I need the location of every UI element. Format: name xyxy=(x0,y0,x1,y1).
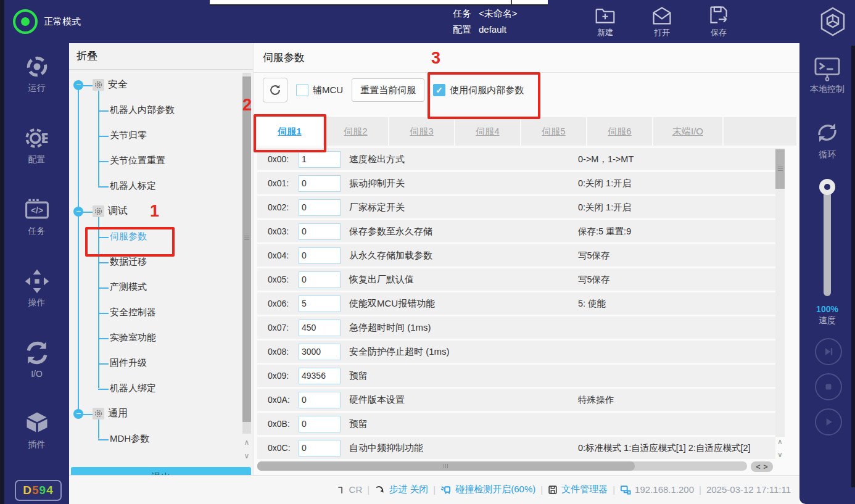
cr-corner-icon xyxy=(336,485,345,495)
scroll-up-icon[interactable]: ∧ xyxy=(775,436,785,448)
scroll-up-icon[interactable]: ∧ xyxy=(242,436,251,449)
param-value-input[interactable] xyxy=(299,271,341,288)
tree-group-safety[interactable]: −安全 xyxy=(69,72,241,97)
collision-detect-toggle[interactable]: 碰撞检测开启(60%) xyxy=(455,484,535,495)
sidebar-item-operate[interactable]: 操作 xyxy=(23,268,51,308)
loop-button[interactable]: 循环 xyxy=(799,118,855,160)
tree-item-robot-calibration[interactable]: 机器人标定 xyxy=(69,173,241,199)
param-value-input[interactable] xyxy=(299,368,341,384)
scroll-down-icon[interactable]: ∨ xyxy=(242,449,251,463)
param-value-input[interactable] xyxy=(299,392,341,408)
scroll-down-icon[interactable]: ∨ xyxy=(775,448,785,461)
param-value-input[interactable] xyxy=(299,344,341,360)
param-value-input[interactable] xyxy=(299,151,341,168)
param-description: 0:关闭 1:开启 xyxy=(578,202,631,213)
collapse-icon[interactable]: − xyxy=(73,409,83,419)
scroll-right-icon[interactable]: > xyxy=(764,463,768,471)
tree-item-lab-features[interactable]: 实验室功能 xyxy=(69,325,241,350)
tree-item-mdh-params[interactable]: MDH参数 xyxy=(69,426,241,452)
sidebar-item-task[interactable]: </>任务 xyxy=(23,196,51,237)
page-title: 伺服参数 xyxy=(254,43,800,73)
step-mode-toggle[interactable]: 步进 关闭 xyxy=(389,484,428,495)
table-vscroll-buttons[interactable]: ∧∨ xyxy=(775,436,785,461)
table-vertical-scrollbar[interactable] xyxy=(775,148,785,437)
tab-servo-3[interactable]: 伺服3 xyxy=(389,117,454,146)
tree-item-joint-zeroing[interactable]: 关节归零 xyxy=(69,123,241,148)
param-value-input[interactable] xyxy=(299,247,341,264)
table-horizontal-scrollbar[interactable] xyxy=(257,461,747,471)
param-value-input[interactable] xyxy=(299,175,341,192)
tree-group-debug[interactable]: −调试 xyxy=(69,199,241,224)
param-name: 恢复出厂默认值 xyxy=(349,274,414,286)
task-line: 任务<未命名> xyxy=(453,6,518,22)
sidebar-item-run[interactable]: 运行 xyxy=(23,53,51,94)
badge-char: 5 xyxy=(32,484,39,497)
param-value-input[interactable] xyxy=(299,223,341,240)
collapse-icon[interactable]: − xyxy=(73,207,83,217)
param-value-input[interactable] xyxy=(299,295,341,312)
tab-servo-4[interactable]: 伺服4 xyxy=(455,117,520,146)
task-icon: </> xyxy=(23,196,51,223)
param-value-input[interactable] xyxy=(299,416,341,432)
table-hscroll-thumb[interactable] xyxy=(257,461,635,471)
param-description: 写5保存 xyxy=(578,250,610,262)
save-icon xyxy=(708,5,730,26)
tree-item-production-test-mode[interactable]: 产测模式 xyxy=(69,275,241,300)
tab-servo-5[interactable]: 伺服5 xyxy=(521,117,586,146)
gear-icon-box xyxy=(93,408,104,419)
scroll-left-icon[interactable]: < xyxy=(756,463,760,471)
open-button[interactable]: 打开 xyxy=(645,5,679,38)
table-vscroll-thumb[interactable] xyxy=(775,149,785,189)
step-forward-button[interactable] xyxy=(815,338,842,365)
play-button[interactable] xyxy=(815,408,842,436)
mode-label: 正常模式 xyxy=(44,16,81,28)
tab-servo-6[interactable]: 伺服6 xyxy=(587,117,652,146)
tab-end-io[interactable]: 末端I/O xyxy=(653,117,722,146)
sidebar-item-label: 任务 xyxy=(28,226,46,237)
tree-scrollbar-thumb[interactable] xyxy=(242,76,251,422)
sidebar-item-plugin[interactable]: 插件 xyxy=(23,410,51,450)
speed-slider-knob[interactable] xyxy=(819,179,835,195)
stop-button[interactable] xyxy=(815,373,842,400)
tree-group-general[interactable]: −通用 xyxy=(69,401,241,426)
param-row-0x04: 0x04:从永久存储加载参数写5保存 xyxy=(257,244,775,266)
use-internal-params-checkbox-group[interactable]: ✓ 使用伺服内部参数 xyxy=(433,84,524,96)
tree-scrollbar[interactable] xyxy=(242,73,251,434)
reset-current-servo-button[interactable]: 重置当前伺服 xyxy=(352,78,424,102)
sidebar-item-config[interactable]: 配置 xyxy=(23,125,51,165)
tree-item-data-migration[interactable]: 数据迁移 xyxy=(69,249,241,275)
tree-item-firmware-upgrade[interactable]: 固件升级 xyxy=(69,350,241,376)
param-address: 0x00: xyxy=(268,154,299,164)
param-value-input[interactable] xyxy=(299,199,341,216)
local-control-button[interactable]: 本地控制 xyxy=(799,57,855,95)
tab-servo-2[interactable]: 伺服2 xyxy=(323,117,388,146)
param-value-input[interactable] xyxy=(299,320,341,336)
use-internal-params-checkbox[interactable]: ✓ xyxy=(433,84,445,96)
tab-filler xyxy=(724,117,796,146)
tree-item-servo-params[interactable]: 伺服参数 xyxy=(69,224,241,249)
tree-item-safety-controller[interactable]: 安全控制器 xyxy=(69,300,241,325)
new-button-label: 新建 xyxy=(597,27,613,38)
new-button[interactable]: 新建 xyxy=(588,5,622,38)
aux-mcu-checkbox[interactable] xyxy=(296,84,308,96)
refresh-button[interactable] xyxy=(263,78,287,102)
param-description: 5: 使能 xyxy=(578,298,606,310)
speed-slider-track[interactable] xyxy=(824,191,831,296)
collapse-icon[interactable]: − xyxy=(73,80,83,90)
file-manager-button[interactable]: 文件管理器 xyxy=(561,484,608,495)
servo-tabs: 伺服1伺服2伺服3伺服4伺服5伺服6末端I/O xyxy=(257,117,796,146)
save-button[interactable]: 保存 xyxy=(701,5,736,38)
config-icon xyxy=(23,125,51,152)
tree-item-robot-binding[interactable]: 机器人绑定 xyxy=(69,376,241,401)
tree-item-label: 关节归零 xyxy=(110,130,147,141)
tree-item-robot-internal-params[interactable]: 机器人内部参数 xyxy=(69,97,241,123)
aux-mcu-checkbox-group[interactable]: 辅MCU xyxy=(296,84,343,96)
settings-tree: −安全机器人内部参数关节归零关节位置重置机器人标定−调试伺服参数数据迁移产测模式… xyxy=(69,70,241,452)
tab-servo-1[interactable]: 伺服1 xyxy=(257,117,322,146)
tree-scroll-buttons[interactable]: ∧∨ xyxy=(242,436,251,463)
sidebar-item-io[interactable]: I/O xyxy=(23,339,51,379)
param-value-input[interactable] xyxy=(299,440,341,456)
param-address: 0x0A: xyxy=(268,395,299,405)
table-hscroll-buttons[interactable]: <> xyxy=(751,461,773,472)
tree-item-joint-position-reset[interactable]: 关节位置重置 xyxy=(69,148,241,173)
